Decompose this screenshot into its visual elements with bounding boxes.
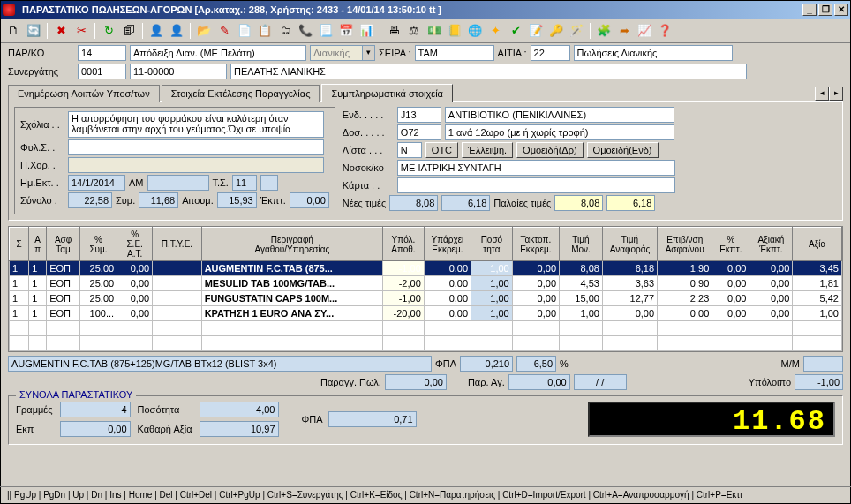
table-row[interactable]: 11ΕΟΠ25,000,00AUGMENTIN F.C.TAB (875...-… [10, 261, 842, 276]
partner-code[interactable] [78, 64, 126, 79]
fpa-pct[interactable] [516, 356, 556, 372]
parag-pol-label: Παραγγ. Πωλ. [320, 377, 381, 387]
scale-icon[interactable]: ⚖ [405, 22, 423, 40]
chevron-down-icon[interactable]: ▾ [363, 45, 375, 61]
col-takt: Τακτοπ.Εκκρεμ. [512, 228, 559, 261]
minimize-button[interactable]: _ [802, 4, 817, 16]
omoeidi-dr-button[interactable]: Ομοειδή(Δρ) [516, 142, 584, 158]
am-field[interactable] [147, 175, 209, 191]
graph-icon[interactable]: 📈 [636, 22, 653, 40]
parag-ag[interactable] [508, 374, 570, 390]
list-code[interactable] [397, 142, 422, 158]
nosok-field[interactable] [397, 160, 675, 176]
print-icon[interactable]: 🖶 [385, 22, 403, 40]
np1-field[interactable] [389, 195, 438, 211]
partner-name[interactable] [230, 64, 747, 79]
note-icon[interactable]: 📝 [527, 22, 545, 40]
table-row[interactable]: 11ΕΟΠ25,000,00FUNGUSTATIN CAPS 100M...-1… [10, 291, 842, 306]
money-icon[interactable]: 💵 [426, 22, 443, 40]
date-field[interactable] [68, 175, 125, 191]
table-row[interactable]: 11ΕΟΠ25,000,00MESULID TAB 100MG/TAB...-2… [10, 276, 842, 291]
product-full[interactable] [8, 356, 432, 372]
parag-pol[interactable] [385, 374, 447, 390]
elleipsi-button[interactable]: Έλλειψη. [462, 142, 513, 158]
delete-icon[interactable]: ✖ [52, 22, 70, 40]
aitoum-field[interactable] [217, 192, 257, 208]
restore-button[interactable]: ❐ [818, 4, 832, 16]
globe-icon[interactable]: 🌐 [466, 22, 484, 40]
cut-icon[interactable]: ✂ [72, 22, 90, 40]
fyls-field[interactable] [68, 139, 324, 155]
doc1-icon[interactable]: 📄 [236, 22, 253, 40]
table-row[interactable] [10, 321, 842, 336]
help-icon[interactable]: ❓ [656, 22, 674, 40]
close-button[interactable]: ✕ [834, 4, 848, 16]
col-desc: ΠεριγραφήΑγαθού/Υπηρεσίας [201, 228, 382, 261]
search-icon[interactable]: 🗐 [120, 22, 138, 40]
folder-icon[interactable]: 📂 [195, 22, 213, 40]
ekpt-field[interactable] [290, 192, 329, 208]
totals-fpa-label: ΦΠΑ [302, 414, 323, 425]
ledger-icon[interactable]: 📒 [446, 22, 463, 40]
dos-code[interactable] [397, 124, 441, 140]
card-field[interactable] [397, 177, 675, 193]
dos-desc[interactable] [445, 124, 674, 140]
options-icon[interactable]: 🧩 [595, 22, 613, 40]
phone-icon[interactable]: 📞 [297, 22, 314, 40]
op2-field[interactable] [606, 195, 655, 211]
user1-icon[interactable]: 👤 [147, 22, 165, 40]
parko-code[interactable] [78, 45, 126, 61]
sym-field[interactable] [139, 192, 178, 208]
refresh-icon[interactable]: ↻ [100, 22, 117, 40]
window-title: ΠΑΡΑΣΤΑΤΙΚΟ ΠΩΛΗΣΕΩΝ-ΑΓΟΡΩΝ [Αρ.καταχ.: … [19, 4, 802, 15]
omoeidi-end-button[interactable]: Ομοειδή(Ενδ) [587, 142, 659, 158]
doc2-icon[interactable]: 📋 [256, 22, 274, 40]
key-icon[interactable]: 🔑 [547, 22, 565, 40]
tab-info[interactable]: Ενημέρωση Λοιπών Υποσ/των [8, 85, 160, 102]
cause-code[interactable] [531, 45, 570, 61]
table-row[interactable] [10, 336, 842, 351]
partner-code2[interactable] [130, 64, 227, 79]
comments-field[interactable]: Η απορρόφηση του φαρμάκου είναι καλύτερη… [68, 111, 324, 138]
end-code[interactable] [397, 107, 441, 123]
cards-icon[interactable]: 🗂 [276, 22, 294, 40]
tab-prev-icon[interactable]: ◂ [815, 87, 829, 101]
date-slash[interactable] [574, 374, 627, 390]
mm-field[interactable] [803, 356, 843, 372]
cause-desc[interactable] [574, 45, 733, 61]
col-se: %Σ.Ε.Α.Τ. [117, 228, 153, 261]
net-field [200, 421, 279, 437]
phor-field[interactable] [68, 157, 324, 173]
tab-next-icon[interactable]: ▸ [829, 87, 843, 101]
edit-icon[interactable]: ✎ [215, 22, 233, 40]
export-icon[interactable]: ➦ [615, 22, 633, 40]
status-bar: || PgUp | PgDn | Up | Dn | Ins | Home | … [0, 486, 851, 502]
ts-field[interactable] [232, 175, 257, 191]
tab-extra[interactable]: Συμπληρωματικά στοιχεία [321, 84, 453, 102]
op1-field[interactable] [554, 195, 603, 211]
page-icon[interactable]: 📃 [317, 22, 335, 40]
cal-icon[interactable]: 📅 [337, 22, 355, 40]
parko-desc[interactable] [130, 45, 306, 61]
ts-extra[interactable] [260, 175, 278, 191]
col-timi: ΤιμήΜον. [560, 228, 603, 261]
table-row[interactable]: 11ΕΟΠ100...0,00ΚΡΑΤΗΣΗ 1 EURO ΑΝΑ ΣΥ...-… [10, 306, 842, 321]
wand-icon[interactable]: 🪄 [568, 22, 585, 40]
tick-icon[interactable]: ✔ [507, 22, 524, 40]
total-field[interactable] [68, 192, 112, 208]
dos-label: Δοσ. . . . . [343, 127, 394, 138]
date-label: Ημ.Εκτ. . [20, 177, 64, 188]
star-icon[interactable]: ✦ [486, 22, 504, 40]
rotate-icon[interactable]: 🔄 [25, 22, 42, 40]
line-items-grid[interactable]: Σ Απ ΑσφΤαμ %Συμ. %Σ.Ε.Α.Τ. Π.Τ.Υ.Ε. Περ… [8, 226, 843, 352]
new-icon[interactable]: 🗋 [4, 22, 22, 40]
series-field[interactable] [415, 45, 494, 61]
np2-field[interactable] [441, 195, 490, 211]
report-icon[interactable]: 📊 [358, 22, 375, 40]
otc-button[interactable]: OTC [426, 142, 458, 158]
user2-icon[interactable]: 👤 [168, 22, 185, 40]
ypol-field[interactable] [795, 374, 843, 390]
fpa-rate[interactable] [460, 356, 513, 372]
end-desc[interactable] [445, 107, 674, 123]
tab-order[interactable]: Στοιχεία Εκτέλεσης Παραγγελίας [162, 85, 320, 102]
